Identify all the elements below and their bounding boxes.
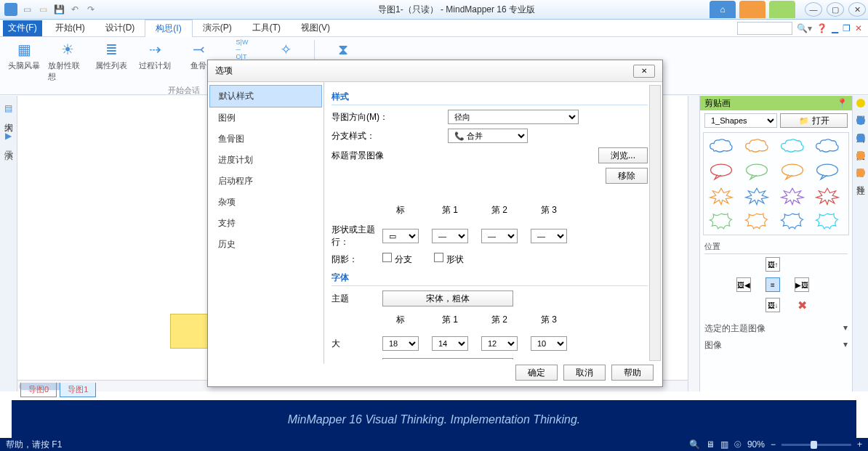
menu-start[interactable]: 开始(H): [45, 20, 95, 37]
side-default-style[interactable]: 默认样式: [209, 85, 322, 107]
select-branch[interactable]: 📞 合并: [448, 129, 528, 143]
scrollbar-vertical[interactable]: [688, 96, 699, 391]
shape-splat-green[interactable]: [707, 210, 736, 232]
doc-tab-1[interactable]: 导图1: [60, 383, 96, 397]
ok-button[interactable]: 确定: [515, 365, 558, 381]
collapse-ribbon-icon[interactable]: ▁: [832, 23, 838, 33]
shape-cloud-cyan[interactable]: [778, 136, 807, 158]
zoom-in-icon[interactable]: +: [857, 439, 862, 450]
shape-cloud-blue2[interactable]: [813, 136, 842, 158]
qat-open[interactable]: ▭: [36, 3, 49, 16]
tab-present[interactable]: ▶演示: [2, 131, 15, 144]
close-doc-icon[interactable]: ✕: [855, 23, 862, 33]
rtab-note[interactable]: 注释: [854, 168, 867, 179]
shape-splat-orange[interactable]: [742, 210, 771, 232]
side-fishbone[interactable]: 鱼骨图: [209, 129, 322, 150]
shape-bubble-blue[interactable]: [813, 161, 842, 182]
menu-design[interactable]: 设计(D): [95, 20, 145, 37]
zoom-slider[interactable]: [781, 444, 851, 446]
shape-cloud-blue[interactable]: [707, 136, 736, 158]
side-startup[interactable]: 启动程序: [209, 171, 322, 192]
shape-cloud-orange[interactable]: [742, 136, 771, 158]
menu-view[interactable]: 视图(V): [291, 20, 340, 37]
shape-burst-purple[interactable]: [778, 185, 807, 207]
lock-icon[interactable]: ⦾: [734, 439, 742, 450]
qat-new[interactable]: ▭: [20, 3, 33, 16]
pos-bottom[interactable]: 🖼↓: [765, 298, 780, 312]
cancel-button[interactable]: 取消: [563, 365, 606, 381]
ribbon-radial[interactable]: ☀放射性联想: [48, 40, 87, 82]
menu-tools[interactable]: 工具(T): [242, 20, 291, 37]
close-button[interactable]: ✕: [848, 2, 866, 17]
pos-top[interactable]: 🖼↑: [765, 257, 780, 272]
side-misc[interactable]: 杂项: [209, 192, 322, 213]
pin-icon[interactable]: 📍: [837, 98, 848, 108]
shape-bubble-green[interactable]: [742, 161, 771, 182]
pos-center[interactable]: ≡: [765, 277, 780, 292]
monitor-icon[interactable]: 🖥: [706, 439, 715, 450]
restore-window-icon[interactable]: ❐: [843, 23, 851, 33]
rtab-hyperlink[interactable]: 超链接: [854, 134, 867, 144]
side-schedule[interactable]: 进度计划: [209, 150, 322, 171]
select-direction[interactable]: 径向: [448, 110, 579, 124]
split-icon[interactable]: ▥: [720, 439, 728, 450]
font-button[interactable]: 宋体，粗体: [382, 290, 513, 306]
side-support[interactable]: 支持: [209, 213, 322, 234]
chk-shape[interactable]: 形状: [434, 253, 464, 266]
search-icon[interactable]: 🔍▾: [797, 23, 812, 33]
size-sel-main[interactable]: 18: [382, 336, 419, 351]
file-menu[interactable]: 文件(F): [3, 20, 42, 36]
shape-sel-main[interactable]: ▭: [382, 229, 419, 243]
dialog-close-button[interactable]: ✕: [633, 65, 655, 78]
qat-redo[interactable]: ↷: [84, 3, 97, 16]
remove-button[interactable]: 移除: [606, 168, 648, 184]
grid-accent-button[interactable]: [739, 1, 765, 18]
size-sel-2[interactable]: 12: [481, 336, 518, 351]
ribbon-process[interactable]: ⇢过程计划: [135, 40, 174, 82]
shape-sel-2[interactable]: —: [481, 229, 518, 243]
pos-clear[interactable]: ✖: [795, 298, 809, 312]
chk-branch[interactable]: 分支: [382, 253, 412, 266]
shape-burst-orange[interactable]: [707, 185, 736, 207]
shape-sel-1[interactable]: —: [432, 229, 468, 243]
doc-tab-0[interactable]: 导图0: [20, 383, 57, 397]
search-input[interactable]: [737, 22, 792, 35]
clipart-open-button[interactable]: 📁打开: [780, 113, 848, 128]
zoom-out-icon[interactable]: −: [771, 439, 776, 450]
pos-left[interactable]: 🖼◀: [736, 277, 751, 292]
shape-splat-blue[interactable]: [778, 210, 807, 232]
shape-splat-cyan[interactable]: [813, 210, 842, 232]
dialog-scrollbar[interactable]: [649, 85, 661, 361]
help-icon[interactable]: ❓: [816, 23, 827, 33]
rtab-legend[interactable]: 图例: [854, 99, 867, 109]
pos-right[interactable]: ▶🖼: [795, 277, 809, 292]
shape-sel-3[interactable]: —: [531, 229, 567, 243]
clipart-category-select[interactable]: 1_Shapes: [704, 113, 777, 128]
home-accent-button[interactable]: ⌂: [710, 1, 736, 18]
size-sel-1[interactable]: 14: [432, 336, 468, 351]
browse-button[interactable]: 浏览...: [598, 147, 648, 163]
rtab-attachment[interactable]: 附件: [854, 151, 867, 161]
tab-outline[interactable]: ▤大纲: [2, 103, 15, 116]
shape-bubble-orange[interactable]: [778, 161, 807, 182]
rtab-browser[interactable]: 浏览器: [854, 116, 867, 126]
shape-bubble-red[interactable]: [707, 161, 736, 182]
green-accent-button[interactable]: [769, 1, 795, 18]
qat-undo[interactable]: ↶: [68, 3, 81, 16]
help-button[interactable]: 帮助: [611, 365, 654, 381]
minimize-button[interactable]: —: [805, 2, 822, 17]
menu-present[interactable]: 演示(P): [193, 20, 242, 37]
zoom-fit-icon[interactable]: 🔍: [689, 439, 700, 450]
shape-burst-blue[interactable]: [742, 185, 771, 207]
chevron-down-icon[interactable]: ▾: [843, 339, 848, 352]
shape-burst-red[interactable]: [813, 185, 842, 207]
side-history[interactable]: 历史: [209, 234, 322, 255]
restore-button[interactable]: ▢: [827, 2, 844, 17]
qat-save[interactable]: 💾: [52, 3, 65, 16]
menu-compose[interactable]: 构思(I): [145, 20, 192, 37]
size-sel-3[interactable]: 10: [531, 336, 567, 351]
ribbon-attrlist[interactable]: ≣属性列表: [92, 40, 131, 82]
ribbon-brainstorm[interactable]: ▦头脑风暴: [4, 40, 44, 82]
side-legend[interactable]: 图例: [209, 107, 322, 129]
note-font-button[interactable]: 宋体，9 pt: [382, 358, 513, 359]
